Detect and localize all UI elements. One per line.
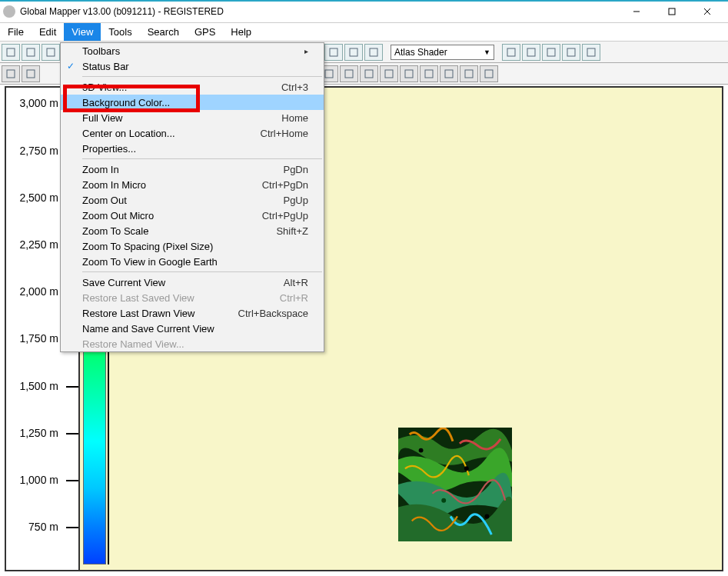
menu-item-accelerator: Shift+Z xyxy=(276,225,308,237)
menu-item-accelerator: Home xyxy=(281,112,308,124)
minimize-button[interactable] xyxy=(619,0,654,23)
menu-item-label: 3D View... xyxy=(81,82,281,93)
ruler-label: 1,750 m xyxy=(19,332,58,345)
menu-file[interactable]: File xyxy=(0,23,32,41)
menu-gps[interactable]: GPS xyxy=(187,23,223,41)
svg-rect-13 xyxy=(567,48,575,56)
ruler-label: 750 m xyxy=(28,521,58,533)
menu-item-label: Properties... xyxy=(81,143,308,155)
shader-select[interactable]: Atlas Shader▼ xyxy=(391,45,494,60)
menu-separator xyxy=(82,158,322,159)
window-title: Global Mapper v13.00 (b091211) - REGISTE… xyxy=(20,6,619,17)
menu-item-label: Zoom Out xyxy=(81,195,283,206)
menu-item-3d-view[interactable]: 3D View...Ctrl+3 xyxy=(61,79,324,95)
menu-item-zoom-in[interactable]: Zoom InPgDn xyxy=(61,161,324,177)
menu-help[interactable]: Help xyxy=(223,23,259,41)
menu-item-label: Restore Last Drawn View xyxy=(81,308,238,319)
ruler-mark xyxy=(66,386,78,388)
down-icon[interactable] xyxy=(344,44,363,61)
menu-item-zoom-to-spacing-pixel-size[interactable]: Zoom To Spacing (Pixel Size) xyxy=(61,238,324,254)
erase-icon[interactable] xyxy=(460,65,478,82)
menu-item-name-and-save-current-view[interactable]: Name and Save Current View xyxy=(61,321,324,336)
ruler-label: 3,000 m xyxy=(19,97,58,109)
menu-item-save-current-view[interactable]: Save Current ViewAlt+R xyxy=(61,275,324,290)
chevron-right-icon: ▸ xyxy=(299,47,308,55)
ruler-label: 2,000 m xyxy=(19,285,58,298)
svg-rect-20 xyxy=(385,70,393,78)
menu-item-label: Zoom To Spacing (Pixel Size) xyxy=(81,241,308,252)
menu-item-zoom-to-view-in-google-earth[interactable]: Zoom To View in Google Earth xyxy=(61,254,324,269)
menu-item-zoom-out-micro[interactable]: Zoom Out MicroCtrl+PgUp xyxy=(61,208,324,223)
menu-item-accelerator: Ctrl+Backspace xyxy=(238,308,308,319)
svg-rect-21 xyxy=(405,70,413,78)
menu-item-label: Zoom To View in Google Earth xyxy=(81,256,308,268)
close-button[interactable] xyxy=(690,0,725,23)
menu-item-properties[interactable]: Properties... xyxy=(61,141,324,156)
svg-rect-1 xyxy=(669,8,675,15)
3d-icon[interactable] xyxy=(522,44,540,61)
check-icon: ✓ xyxy=(61,61,81,72)
menu-item-label: Center on Location... xyxy=(81,128,261,139)
shape-icon[interactable] xyxy=(400,65,418,82)
ruler-label: 2,750 m xyxy=(19,145,58,157)
svg-rect-10 xyxy=(507,48,515,56)
menu-item-zoom-in-micro[interactable]: Zoom In MicroCtrl+PgDn xyxy=(61,177,324,192)
ruler-mark xyxy=(66,480,78,481)
wand-icon[interactable] xyxy=(380,65,398,82)
svg-rect-5 xyxy=(27,48,35,56)
image-icon[interactable] xyxy=(502,44,520,61)
menu-item-background-color[interactable]: Background Color... xyxy=(61,95,324,110)
menu-item-full-view[interactable]: Full ViewHome xyxy=(61,110,324,125)
svg-rect-15 xyxy=(7,70,15,78)
menu-item-zoom-to-scale[interactable]: Zoom To ScaleShift+Z xyxy=(61,223,324,238)
svg-rect-4 xyxy=(7,48,15,56)
ruler-mark xyxy=(66,527,78,528)
menu-item-label: Background Color... xyxy=(81,97,308,108)
svg-rect-7 xyxy=(330,48,337,56)
menu-item-status-bar[interactable]: ✓Status Bar xyxy=(61,58,324,74)
ruler-label: 2,250 m xyxy=(19,238,58,251)
svg-rect-16 xyxy=(27,70,35,78)
menu-item-accelerator: PgUp xyxy=(283,195,308,206)
menu-view[interactable]: View xyxy=(64,23,101,41)
svg-rect-24 xyxy=(465,70,473,78)
menu-item-restore-last-drawn-view[interactable]: Restore Last Drawn ViewCtrl+Backspace xyxy=(61,305,324,321)
menu-search[interactable]: Search xyxy=(140,23,187,41)
svg-rect-23 xyxy=(445,70,453,78)
menu-item-restore-named-view: Restore Named View... xyxy=(61,336,324,351)
globe-icon[interactable] xyxy=(42,44,60,61)
menu-item-label: Zoom In Micro xyxy=(81,179,262,191)
menu-item-label: Full View xyxy=(81,112,281,124)
svg-rect-19 xyxy=(365,70,373,78)
svg-rect-18 xyxy=(345,70,353,78)
hand-left-icon[interactable] xyxy=(2,65,20,82)
menu-item-zoom-out[interactable]: Zoom OutPgUp xyxy=(61,192,324,208)
path-icon[interactable] xyxy=(420,65,438,82)
menu-tools[interactable]: Tools xyxy=(101,23,139,41)
area-icon[interactable] xyxy=(440,65,458,82)
sparkle-icon[interactable] xyxy=(582,44,600,61)
flag-icon[interactable] xyxy=(542,44,560,61)
svg-rect-17 xyxy=(325,70,333,78)
save-icon[interactable] xyxy=(22,44,40,61)
svg-point-30 xyxy=(484,514,489,518)
ruler-label: 1,500 m xyxy=(19,380,58,392)
menu-separator xyxy=(82,271,322,272)
svg-rect-11 xyxy=(527,48,535,56)
menu-item-label: Toolbars xyxy=(81,45,299,57)
maximize-button[interactable] xyxy=(654,0,690,23)
menu-edit[interactable]: Edit xyxy=(32,23,64,41)
measure-icon[interactable] xyxy=(340,65,358,82)
grid-icon[interactable] xyxy=(562,44,580,61)
layers-icon[interactable] xyxy=(324,44,343,61)
hand-right-icon[interactable] xyxy=(22,65,40,82)
menu-item-accelerator: Ctrl+PgUp xyxy=(262,210,308,221)
binoculars-icon[interactable] xyxy=(364,44,383,61)
window-accent xyxy=(0,0,728,2)
menu-item-center-on-location[interactable]: Center on Location...Ctrl+Home xyxy=(61,125,324,141)
menu-item-toolbars[interactable]: Toolbars▸ xyxy=(61,43,324,58)
bucket-icon[interactable] xyxy=(480,65,498,82)
cloud-icon[interactable] xyxy=(360,65,378,82)
app-icon xyxy=(3,5,15,18)
open-icon[interactable] xyxy=(2,44,20,61)
